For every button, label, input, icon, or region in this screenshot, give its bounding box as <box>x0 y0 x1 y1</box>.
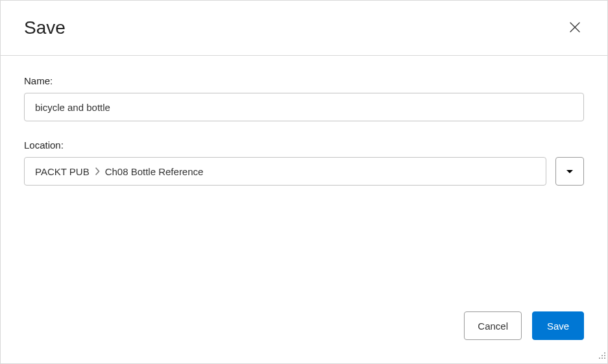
close-icon <box>568 21 581 36</box>
location-field-group: Location: PACKT PUB Ch08 Bottle Referenc… <box>24 140 584 186</box>
dialog-body: Name: Location: PACKT PUB Ch08 Bottle Re… <box>1 56 607 311</box>
dialog-footer: Cancel Save <box>1 311 607 363</box>
cancel-button[interactable]: Cancel <box>464 311 522 340</box>
save-dialog: Save Name: Location: PACKT PUB Ch08 Bott… <box>0 0 608 364</box>
location-row: PACKT PUB Ch08 Bottle Reference <box>24 157 584 186</box>
location-dropdown-button[interactable] <box>555 157 584 186</box>
name-input[interactable] <box>24 93 584 121</box>
dialog-header: Save <box>1 1 607 56</box>
close-button[interactable] <box>566 18 584 38</box>
name-label: Name: <box>24 75 584 86</box>
caret-down-icon <box>566 167 574 176</box>
location-input[interactable]: PACKT PUB Ch08 Bottle Reference <box>24 157 546 186</box>
dialog-title: Save <box>24 18 66 38</box>
chevron-right-icon <box>95 167 100 175</box>
location-label: Location: <box>24 140 584 151</box>
breadcrumb-segment: Ch08 Bottle Reference <box>105 166 204 177</box>
name-field-group: Name: <box>24 75 584 121</box>
breadcrumb-segment: PACKT PUB <box>35 166 90 177</box>
save-button[interactable]: Save <box>532 311 584 340</box>
